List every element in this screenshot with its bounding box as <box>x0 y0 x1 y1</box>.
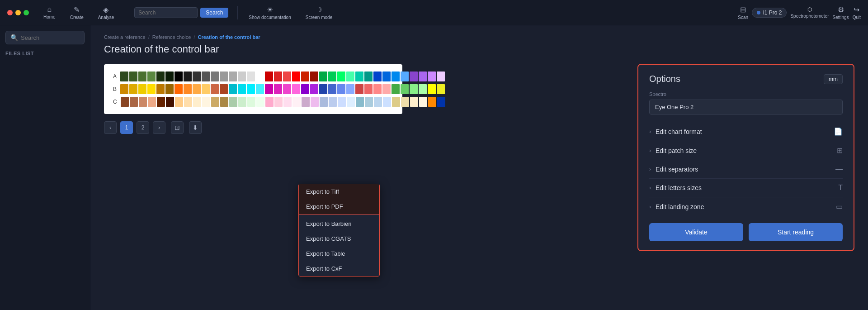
download-btn[interactable]: ⬇ <box>189 121 202 134</box>
color-patch <box>193 72 201 81</box>
color-patch <box>274 84 282 94</box>
color-patch <box>165 84 174 94</box>
main-layout: 🔍 Files list Create a reference / Refere… <box>0 25 868 310</box>
color-patch <box>337 72 345 81</box>
sidebar-search-box[interactable]: 🔍 <box>5 31 85 44</box>
page-title: Creation of the control bar <box>104 43 854 55</box>
color-patch <box>283 97 292 107</box>
color-patch <box>292 97 301 107</box>
color-patch <box>238 97 246 107</box>
start-reading-button[interactable]: Start reading <box>749 223 843 241</box>
option-row-separators[interactable]: ›Edit separators— <box>649 160 843 178</box>
prev-page-btn[interactable]: ‹ <box>104 121 117 134</box>
chevron-right-icon: › <box>649 166 651 172</box>
unit-badge: mm <box>824 74 843 84</box>
nav-documentation[interactable]: ☀ Show documentation <box>243 5 296 20</box>
option-icon: ⊞ <box>837 146 843 155</box>
color-patches <box>121 97 445 107</box>
color-patch <box>193 84 201 94</box>
nav-screen-mode[interactable]: ☽ Screen mode <box>300 5 338 20</box>
color-patch <box>138 84 146 94</box>
content-area: Create a reference / Reference choice / … <box>90 25 868 310</box>
color-patch <box>156 84 165 94</box>
chart-row: B <box>113 84 393 94</box>
validate-button[interactable]: Validate <box>649 223 743 241</box>
nav-home[interactable]: ⌂ Home <box>38 5 61 19</box>
crop-btn[interactable]: ⊡ <box>171 121 184 134</box>
color-patch <box>129 84 137 94</box>
color-patch <box>130 97 138 107</box>
option-row-letter-sizes[interactable]: ›Edit letters sizesT <box>649 178 843 197</box>
nav-analyse[interactable]: ◈ Analyse <box>93 5 120 20</box>
color-patch <box>310 84 318 94</box>
breadcrumb-item-1: Reference choice <box>152 34 191 40</box>
color-patch <box>238 72 246 81</box>
search-button-nav[interactable]: Search <box>200 8 228 18</box>
quit-label: Quit <box>853 15 861 20</box>
page-1-btn[interactable]: 1 <box>120 121 133 134</box>
color-patch <box>373 72 382 81</box>
color-patch <box>392 72 400 81</box>
color-patch <box>437 97 445 107</box>
spectrophotometer-label: Spectrophotometer <box>790 14 829 19</box>
dropdown-item-export-pdf[interactable]: Export to PDF <box>299 199 379 215</box>
maximize-button[interactable] <box>24 10 29 15</box>
color-patch <box>365 97 373 107</box>
color-patch <box>338 97 346 107</box>
spectro-value[interactable]: Eye One Pro 2 <box>649 100 843 114</box>
settings-group[interactable]: ⚙ Settings <box>833 5 849 20</box>
color-patch <box>419 97 427 107</box>
color-patch <box>292 72 300 81</box>
home-icon: ⌂ <box>47 5 52 14</box>
nav-create[interactable]: ✎ Create <box>65 5 89 20</box>
color-patch <box>392 84 400 94</box>
chevron-right-icon: › <box>649 148 651 154</box>
option-row-chart-format[interactable]: ›Edit chart format📄 <box>649 122 843 141</box>
color-patch <box>301 72 309 81</box>
color-patch <box>328 72 336 81</box>
dropdown-item-export-barbieri[interactable]: Export to Barbieri <box>299 216 379 231</box>
option-row-patch-size[interactable]: ›Edit patch size⊞ <box>649 141 843 160</box>
dropdown-item-export-cxf[interactable]: Export to CxF <box>299 261 379 276</box>
color-patch <box>364 72 373 81</box>
color-patch <box>247 84 255 94</box>
option-row-landing-zone[interactable]: ›Edit landing zone▭ <box>649 197 843 216</box>
color-patch <box>211 72 219 81</box>
page-2-btn[interactable]: 2 <box>137 121 149 134</box>
quit-group[interactable]: ↪ Quit <box>853 5 861 20</box>
color-patch <box>274 72 282 81</box>
next-page-btn[interactable]: › <box>153 121 165 134</box>
option-label: Edit separators <box>656 166 835 173</box>
minimize-button[interactable] <box>15 10 21 15</box>
color-patch <box>428 97 436 107</box>
dropdown-item-export-cgats[interactable]: Export to CGATS <box>299 231 379 246</box>
color-patch <box>355 84 363 94</box>
option-label: Edit letters sizes <box>656 184 838 191</box>
color-patch <box>346 72 354 81</box>
export-dropdown: Export to TiffExport to PDFExport to Bar… <box>298 184 380 277</box>
color-patch <box>129 72 137 81</box>
color-patch <box>202 72 210 81</box>
action-buttons: Validate Start reading <box>649 223 843 241</box>
color-patch <box>148 97 156 107</box>
color-patch <box>184 72 192 81</box>
color-patch <box>346 84 354 94</box>
color-patch <box>328 84 336 94</box>
close-button[interactable] <box>7 10 13 15</box>
dropdown-item-export-tiff[interactable]: Export to Tiff <box>299 184 379 199</box>
color-patch <box>337 84 345 94</box>
separator <box>125 6 125 19</box>
color-patch <box>184 84 192 94</box>
color-patch <box>401 84 409 94</box>
color-patch <box>374 97 382 107</box>
color-patch <box>382 84 391 94</box>
color-patch <box>220 72 228 81</box>
option-icon: ▭ <box>836 202 843 211</box>
color-patch <box>302 97 310 107</box>
search-input[interactable] <box>21 34 80 41</box>
color-patches <box>120 84 445 94</box>
dropdown-item-export-table[interactable]: Export to Table <box>299 246 379 261</box>
color-patch <box>175 84 183 94</box>
color-patch <box>329 97 337 107</box>
search-input-nav[interactable] <box>134 7 198 18</box>
